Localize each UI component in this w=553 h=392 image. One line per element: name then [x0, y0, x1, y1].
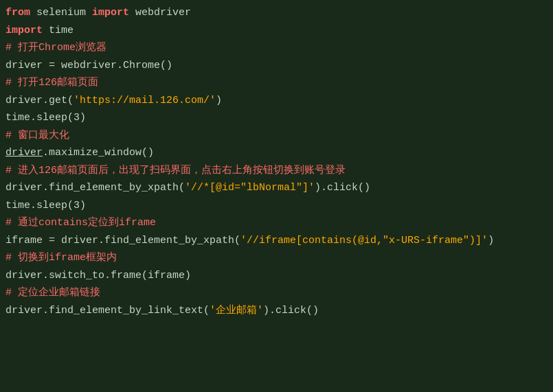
comment-text: # 打开126邮箱页面 [5, 77, 98, 89]
keyword-import: import [92, 7, 129, 19]
code-line-16: driver.switch_to.frame(iframe) [5, 267, 548, 285]
code-text: ).click() [315, 182, 370, 194]
comment-text: # 切换到iframe框架内 [5, 252, 117, 264]
comment-text: # 通过contains定位到iframe [5, 217, 156, 229]
code-line-13: # 通过contains定位到iframe [5, 214, 548, 232]
code-line-6: driver.get('https://mail.126.com/') [5, 92, 548, 110]
code-text: selenium [36, 7, 92, 19]
code-line-4: driver = webdriver.Chrome() [5, 57, 548, 75]
code-text: driver.switch_to.frame(iframe) [5, 270, 191, 281]
comment-text: # 打开Chrome浏览器 [5, 42, 106, 54]
keyword-from: from [5, 7, 30, 19]
code-line-2: import time [5, 22, 548, 40]
code-line-9: driver.maximize_window() [5, 144, 548, 162]
code-text: iframe = driver.find_element_by_xpath( [5, 235, 240, 246]
code-line-7: time.sleep(3) [5, 109, 548, 127]
string-text: 'https://mail.126.com/' [74, 95, 216, 106]
string-text: '//*[@id="lbNormal"]' [185, 182, 315, 194]
code-line-5: # 打开126邮箱页面 [5, 74, 548, 92]
comment-text: # 进入126邮箱页面后，出现了扫码界面，点击右上角按钮切换到账号登录 [5, 165, 346, 176]
code-text: driver = webdriver.Chrome() [5, 60, 172, 71]
code-text: ) [488, 235, 494, 246]
code-line-18: driver.find_element_by_link_text('企业邮箱')… [5, 302, 548, 320]
code-line-11: driver.find_element_by_xpath('//*[@id="l… [5, 179, 548, 197]
comment-text: # 定位企业邮箱链接 [5, 287, 100, 299]
comment-text: # 窗口最大化 [5, 130, 69, 141]
code-line-14: iframe = driver.find_element_by_xpath('/… [5, 232, 548, 250]
code-line-1: from selenium import webdriver [5, 4, 548, 22]
code-text: driver.get( [5, 95, 74, 106]
code-line-17: # 定位企业邮箱链接 [5, 284, 548, 302]
keyword-import: import [5, 25, 43, 36]
code-text: .maximize_window() [43, 147, 154, 159]
code-text: time.sleep(3) [5, 112, 86, 124]
string-text: '//iframe[contains(@id,"x-URS-iframe")]' [240, 235, 488, 246]
code-line-12: time.sleep(3) [5, 197, 548, 215]
code-text: ) [216, 95, 222, 106]
string-text: '企业邮箱' [210, 305, 263, 316]
code-text: webdriver [135, 7, 191, 19]
code-editor: from selenium import webdriver import ti… [0, 0, 553, 392]
code-line-3: # 打开Chrome浏览器 [5, 39, 548, 57]
code-text-underline: driver [5, 147, 43, 159]
code-text: time [49, 25, 74, 36]
code-text: ).click() [263, 305, 319, 316]
code-text: time.sleep(3) [5, 200, 86, 211]
code-line-15: # 切换到iframe框架内 [5, 249, 548, 267]
code-line-10: # 进入126邮箱页面后，出现了扫码界面，点击右上角按钮切换到账号登录 [5, 162, 548, 180]
code-line-8: # 窗口最大化 [5, 127, 548, 145]
code-text: driver.find_element_by_xpath( [5, 182, 185, 194]
code-text: driver.find_element_by_link_text( [5, 305, 210, 316]
